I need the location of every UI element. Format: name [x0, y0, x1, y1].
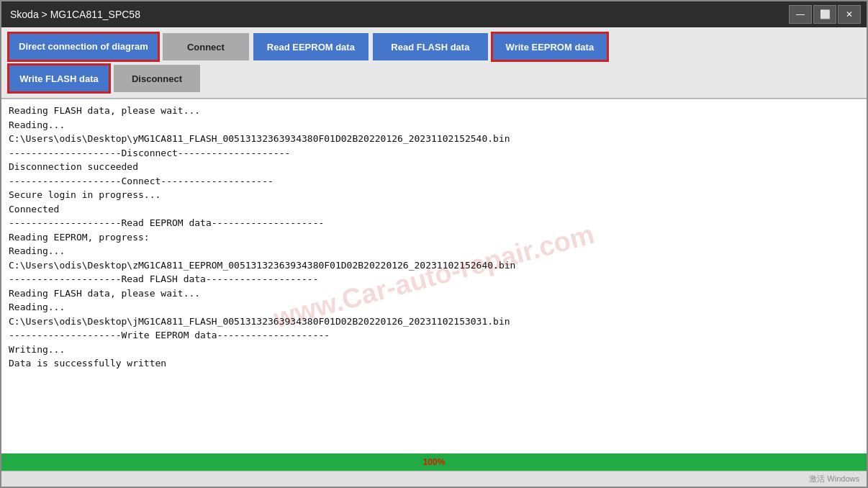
log-line: Reading FLASH data, please wait... — [9, 286, 859, 301]
log-line: Reading... — [9, 244, 859, 258]
read-eeprom-button[interactable]: Read EEPROM data — [253, 33, 369, 60]
toolbar-row-1: Direct connection of diagram Connect Rea… — [9, 33, 859, 60]
title-bar-controls: — ⬜ ✕ — [789, 5, 861, 24]
progress-label: 100% — [423, 457, 446, 467]
log-line: --------------------Read FLASH data-----… — [9, 272, 859, 286]
log-line: Data is successfully written — [9, 356, 859, 371]
log-line: Reading EEPROM, progress: — [9, 230, 859, 245]
connect-button[interactable]: Connect — [163, 33, 249, 60]
log-line: Reading FLASH data, please wait... — [9, 104, 859, 118]
log-line: --------------------Connect-------------… — [9, 174, 859, 189]
log-line: Reading... — [9, 118, 859, 132]
log-line: Writing... — [9, 343, 859, 357]
log-line: Secure login in progress... — [9, 188, 859, 202]
disconnect-button[interactable]: Disconnect — [114, 65, 200, 92]
bottom-bar: 激活 Windows — [1, 471, 867, 487]
log-area: www.Car-auto-repair.com Reading FLASH da… — [1, 99, 867, 453]
main-window: Skoda > MG1CA811_SPC58 — ⬜ ✕ Direct conn… — [0, 0, 868, 488]
log-line: --------------------Read EEPROM data----… — [9, 216, 859, 230]
toolbar: Direct connection of diagram Connect Rea… — [1, 27, 867, 99]
write-eeprom-button[interactable]: Write EEPROM data — [492, 33, 607, 60]
log-line: C:\Users\odis\Desktop\jMG1CA811_FLASH_00… — [9, 315, 859, 329]
read-flash-button[interactable]: Read FLASH data — [373, 33, 488, 60]
window-title: Skoda > MG1CA811_SPC58 — [10, 9, 140, 20]
minimize-button[interactable]: — — [789, 5, 812, 24]
maximize-button[interactable]: ⬜ — [813, 5, 836, 24]
log-line: --------------------Disconnect----------… — [9, 146, 859, 161]
log-line: --------------------Write EEPROM data---… — [9, 328, 859, 343]
log-line: Disconnection succeeded — [9, 160, 859, 174]
log-line: Connected — [9, 202, 859, 217]
toolbar-row-2: Write FLASH data Disconnect — [9, 65, 859, 92]
write-flash-button[interactable]: Write FLASH data — [9, 65, 109, 92]
log-container: Reading FLASH data, please wait...Readin… — [9, 104, 859, 371]
close-button[interactable]: ✕ — [838, 5, 861, 24]
title-bar: Skoda > MG1CA811_SPC58 — ⬜ ✕ — [1, 1, 867, 27]
log-line: C:\Users\odis\Desktop\yMG1CA811_FLASH_00… — [9, 132, 859, 146]
direct-connection-button[interactable]: Direct connection of diagram — [9, 33, 158, 60]
progress-bar-container: 100% — [1, 453, 867, 471]
log-line: C:\Users\odis\Desktop\zMG1CA811_EEPROM_0… — [9, 258, 859, 273]
log-line: Reading... — [9, 300, 859, 315]
bottom-text: 激活 Windows — [809, 474, 859, 484]
